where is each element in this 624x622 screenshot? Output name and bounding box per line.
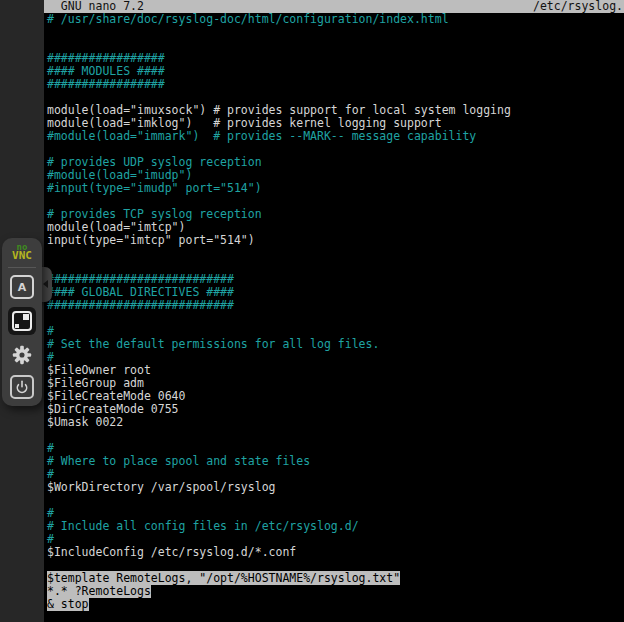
power-button[interactable] xyxy=(10,375,34,399)
terminal-line xyxy=(47,26,624,39)
keyboard-a-icon: A xyxy=(18,281,27,294)
terminal-line: $DirCreateMode 0755 xyxy=(47,403,624,416)
editor-content: # /usr/share/doc/rsyslog-doc/html/config… xyxy=(44,13,624,611)
terminal-line: $Umask 0022 xyxy=(47,416,624,429)
vnc-screen: no VNC A xyxy=(0,0,624,622)
terminal-line: #module(load="immark") # provides --MARK… xyxy=(47,130,624,143)
terminal-line: $WorkDirectory /var/spool/rsyslog xyxy=(47,481,624,494)
file-path: /etc/rsyslog. xyxy=(533,0,623,13)
panel-divider xyxy=(8,267,36,268)
terminal-line: & stop xyxy=(47,598,624,611)
terminal-line xyxy=(47,312,624,325)
vnc-control-panel: no VNC A xyxy=(2,238,42,406)
terminal-line: # Set the default permissions for all lo… xyxy=(47,338,624,351)
panel-buttons: A xyxy=(8,275,36,399)
collapse-arrow-icon xyxy=(43,280,48,288)
terminal-line: ################# xyxy=(47,78,624,91)
terminal-line xyxy=(47,494,624,507)
terminal-line: ########################### xyxy=(47,299,624,312)
terminal-line: *.* ?RemoteLogs xyxy=(47,585,624,598)
fullscreen-icon xyxy=(12,311,32,331)
terminal-screen[interactable]: GNU nano 7.2 /etc/rsyslog. # /usr/share/… xyxy=(44,0,624,622)
terminal-line: # /usr/share/doc/rsyslog-doc/html/config… xyxy=(47,13,624,26)
terminal-line xyxy=(47,247,624,260)
terminal-line xyxy=(47,429,624,442)
terminal-line: #input(type="imudp" port="514") xyxy=(47,182,624,195)
fullscreen-button[interactable] xyxy=(8,307,36,335)
novnc-logo-vnc: VNC xyxy=(12,251,32,261)
extra-keys-button[interactable]: A xyxy=(10,275,34,299)
terminal-line: # Include all config files in /etc/rsysl… xyxy=(47,520,624,533)
settings-button[interactable] xyxy=(10,343,34,367)
novnc-logo: no VNC xyxy=(12,243,32,261)
power-icon xyxy=(14,379,30,395)
terminal-line: input(type="imtcp" port="514") xyxy=(47,234,624,247)
terminal-line: $IncludeConfig /etc/rsyslog.d/*.conf xyxy=(47,546,624,559)
terminal-line: # Where to place spool and state files xyxy=(47,455,624,468)
gear-icon xyxy=(11,344,33,366)
